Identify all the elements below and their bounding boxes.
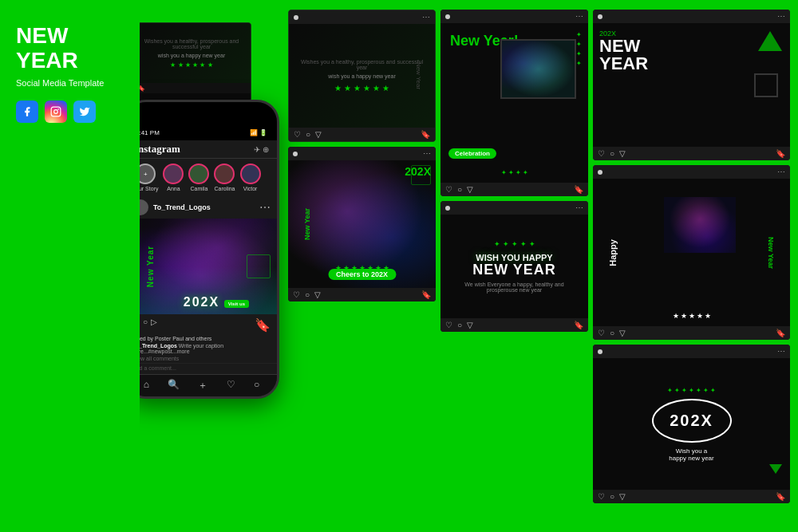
photo-comment-icon[interactable]: ○ [305,290,310,299]
social-icons-row [16,100,124,123]
happy-actions[interactable]: ♡ ○ ▽ 🔖 [593,326,790,340]
photo-card-dot [293,152,298,156]
photo-bookmark-icon[interactable]: 🔖 [421,290,431,299]
happy-vert-label: Happy [608,239,618,266]
nav-home-icon[interactable]: ⌂ [144,379,149,392]
wish-line2: NEW YEAR [472,262,556,278]
celebration-actions[interactable]: ♡ ○ ▽ 🔖 [440,183,588,196]
card-more-icon[interactable]: ⋯ [422,13,430,22]
nav-heart-icon[interactable]: ♡ [227,379,235,392]
wish-heart-icon[interactable]: ♡ [445,321,452,329]
instagram-header: Instagram ✈ ⊕ [126,140,277,159]
phone-bottom-nav[interactable]: ⌂ 🔍 ＋ ♡ ○ [126,374,277,396]
cheers-comment-icon[interactable]: ○ [306,130,310,139]
new-year-vert-label: New Year [414,62,421,89]
photo-card-actions[interactable]: ♡ ○ ▽ 🔖 [288,288,436,301]
happy-heart-icon[interactable]: ♡ [598,329,605,337]
post-more-icon[interactable]: ⋯ [259,201,271,214]
add-comment-text[interactable]: Add a comment... [126,363,277,374]
story-victor[interactable]: Victor [240,164,261,191]
oval-shape: 202X [652,399,732,443]
wish-comment-icon[interactable]: ○ [457,321,462,329]
wish-card-body: ✦✦✦✦✦ WISH YOU HAPPY NEW YEAR We wish Ev… [440,215,588,318]
story-camila[interactable]: Camila [188,164,209,191]
post-image-area: New Year 202X Visit us [126,219,277,314]
view-comments-text[interactable]: View all comments [126,356,277,363]
celebration-more[interactable]: ⋯ [575,12,583,21]
svg-rect-0 [51,107,61,116]
instagram-logo: Instagram [134,143,180,156]
celebration-body: New Year! ✦ ✦ ✦ ✦ Celebration ✦✦✦✦ [440,23,588,183]
ny-badge-comment-icon[interactable]: ○ [610,149,614,158]
ny-badge-body: 202X NEW YEAR [593,23,790,147]
wish-topbar: ⋯ [440,201,588,215]
comment-icon[interactable]: ○ [143,317,148,333]
happy-card-body: Happy New Year ★★★★★ [593,179,790,326]
nav-search-icon[interactable]: 🔍 [168,379,180,392]
story-carolina[interactable]: Carolina [214,164,235,191]
nav-add-icon[interactable]: ＋ [198,379,207,392]
cheers-stars: ★★★★★★ [334,84,389,93]
happy-stars: ★★★★★ [673,312,711,320]
happy-topbar: ⋯ [593,165,790,179]
share-icon[interactable]: ▷ [151,317,157,333]
wish-actions[interactable]: ♡ ○ ▽ 🔖 [440,318,588,332]
ny-badge-heart-icon[interactable]: ♡ [598,149,605,158]
celebration-bookmark-icon[interactable]: 🔖 [574,185,583,194]
ny-badge-share-icon[interactable]: ▽ [619,149,626,158]
oval-share-icon[interactable]: ▽ [619,492,626,501]
photo-card-more[interactable]: ⋯ [423,149,431,158]
facebook-icon[interactable] [16,100,38,123]
celebration-heart-icon[interactable]: ♡ [445,185,452,194]
wish-happy-card: ⋯ ✦✦✦✦✦ WISH YOU HAPPY NEW YEAR We wish … [440,201,588,332]
new-year-vert-right: New Year [767,237,775,269]
svg-point-1 [54,109,58,113]
happy-share-icon[interactable]: ▽ [619,329,626,337]
happy-comment-icon[interactable]: ○ [610,329,614,337]
ny-badge-actions[interactable]: ♡ ○ ▽ 🔖 [593,147,790,160]
phone-status-bar: 9:41 PM 📶 🔋 [126,127,277,139]
wish-top-stars: ✦✦✦✦✦ [494,240,535,248]
happy-bookmark-icon[interactable]: 🔖 [776,329,785,337]
oval-comment-icon[interactable]: ○ [610,492,614,501]
photo-new-year-vert: New Year [303,208,311,240]
photo-heart-icon[interactable]: ♡ [293,290,300,299]
oval-202x-text: 202X [670,412,713,430]
oval-top-stars: ✦✦✦✦✦✦✦ [667,387,716,394]
cheers-heart-icon[interactable]: ♡ [294,130,301,139]
celebration-topbar: ⋯ [440,10,588,23]
wish-share-icon[interactable]: ▽ [467,321,473,329]
oval-bookmark-icon[interactable]: 🔖 [776,492,785,501]
ny-badge-dot [598,14,602,19]
victor-circle [240,164,261,184]
nav-profile-icon[interactable]: ○ [254,379,259,392]
wish-bookmark-icon[interactable]: 🔖 [574,321,583,329]
celebration-comment-icon[interactable]: ○ [457,185,462,194]
oval-dot [598,349,602,354]
ny-badge-bookmark-icon[interactable]: 🔖 [776,149,785,158]
templates-col1: ⋯ Wishes you a healthy, prosperous and s… [288,8,436,524]
instagram-icon[interactable] [45,100,67,123]
photo-card-topbar: ⋯ [288,147,436,160]
oval-more[interactable]: ⋯ [777,347,785,356]
story-anna[interactable]: Anna [163,164,184,191]
twitter-icon[interactable] [73,100,96,123]
celebration-share-icon[interactable]: ▽ [467,185,473,194]
stories-row[interactable]: + Your Story Anna Camila Carolina [126,159,277,196]
post-actions[interactable]: ♡ ○ ▷ 🔖 [126,314,277,336]
cheers-card-actions[interactable]: ♡ ○ ▽ 🔖 [289,128,435,141]
ny-badge-more[interactable]: ⋯ [777,12,785,21]
cheers-wish-text: wish you a happy new year [328,73,395,79]
cheers-bookmark-icon[interactable]: 🔖 [421,130,430,139]
happy-dot [598,170,602,175]
oval-actions[interactable]: ♡ ○ ▽ 🔖 [593,490,790,503]
wish-title: WISH YOU HAPPY NEW YEAR [472,253,556,278]
photo-share-icon[interactable]: ▽ [314,290,321,299]
float-stars: ★ ★ ★ ★ ★ ★ [170,61,212,69]
happy-more[interactable]: ⋯ [777,167,785,176]
oval-heart-icon[interactable]: ♡ [598,492,605,501]
ny-badge-new-text: NEW [599,37,648,55]
wish-more[interactable]: ⋯ [575,203,583,212]
bookmark-icon[interactable]: 🔖 [255,317,271,333]
cheers-share-icon[interactable]: ▽ [315,130,322,139]
